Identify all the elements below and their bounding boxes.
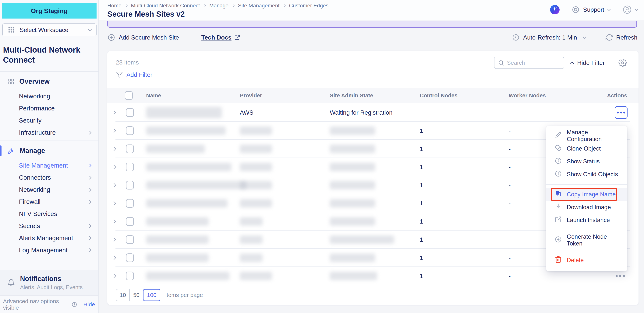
row-actions-button-active[interactable] (615, 106, 628, 119)
add-secure-mesh-site-button[interactable]: Add Secure Mesh Site (107, 33, 179, 41)
menu-item-label: Clone Object (567, 145, 601, 152)
sidebar-item-performance[interactable]: Performance (0, 102, 98, 114)
menu-item-download-image[interactable]: Download Image (546, 201, 627, 214)
sidebar-item-secrets[interactable]: Secrets (0, 220, 98, 232)
column-header-control-nodes[interactable]: Control Nodes (409, 92, 498, 99)
table-settings-button[interactable] (618, 59, 627, 68)
row-checkbox[interactable] (126, 126, 134, 135)
sidebar-item-firewall[interactable]: Firewall (0, 196, 98, 208)
org-staging-button[interactable]: Org Staging (2, 3, 96, 18)
sidebar-item-notifications[interactable]: Notifications Alerts, Audit Logs, Events (0, 270, 98, 295)
sidebar-item-alerts-management[interactable]: Alerts Management (0, 232, 98, 244)
row-checkbox[interactable] (126, 217, 134, 226)
row-checkbox[interactable] (126, 181, 134, 190)
menu-item-manage-configuration[interactable]: Manage Configuration (546, 129, 627, 142)
breadcrumb-separator-icon (232, 4, 234, 7)
row-checkbox[interactable] (126, 272, 134, 280)
row-expander-icon[interactable] (107, 184, 120, 187)
row-expander-icon[interactable] (107, 202, 120, 205)
refresh-button[interactable]: Refresh (606, 34, 637, 41)
redacted-state (330, 236, 394, 244)
sidebar-item-networking-overview[interactable]: Networking (0, 90, 98, 102)
sidebar-item-connectors[interactable]: Connectors (0, 172, 98, 184)
menu-item-generate-node-token[interactable]: Generate Node Token (546, 234, 627, 247)
row-checkbox[interactable] (126, 163, 134, 171)
breadcrumb-mcn-connect[interactable]: Multi-Cloud Network Connect (131, 3, 200, 9)
menu-item-copy-image-name[interactable]: Copy Image Name (546, 188, 627, 201)
hide-advanced-nav-button[interactable]: Hide (83, 301, 95, 308)
cell-provider: AWS (230, 109, 319, 116)
workspace-selector[interactable]: Select Workspace (2, 23, 96, 36)
copy-icon (555, 190, 562, 199)
sidebar-item-log-management[interactable]: Log Management (0, 244, 98, 256)
sidebar-item-site-management[interactable]: Site Management (0, 159, 98, 172)
redacted-provider (240, 236, 262, 244)
chevron-right-icon (88, 236, 92, 240)
column-header-site-admin-state[interactable]: Site Admin State (319, 92, 409, 99)
account-menu[interactable] (622, 5, 638, 14)
overview-section: Overview Networking Performance Security… (0, 72, 98, 141)
menu-item-show-child-objects[interactable]: Show Child Objects (546, 168, 627, 181)
workspace-selector-label: Select Workspace (20, 26, 84, 33)
breadcrumb-manage[interactable]: Manage (209, 3, 228, 9)
row-checkbox[interactable] (126, 254, 134, 262)
row-expander-icon[interactable] (107, 111, 120, 114)
menu-item-label: Show Status (567, 158, 600, 165)
row-expander-icon[interactable] (107, 220, 120, 223)
row-expander-icon[interactable] (107, 256, 120, 259)
search-input[interactable] (507, 59, 560, 66)
redacted-provider (240, 163, 272, 171)
hide-filter-button[interactable]: Hide Filter (571, 59, 605, 66)
redacted-provider (240, 145, 272, 153)
row-actions-button[interactable] (616, 275, 628, 277)
row-expander-icon[interactable] (107, 147, 120, 150)
row-checkbox[interactable] (126, 108, 134, 117)
menu-item-delete[interactable]: Delete (546, 254, 627, 267)
cell-worker-nodes: - (498, 273, 587, 280)
column-header-provider[interactable]: Provider (230, 92, 319, 99)
cell-control-nodes: - (409, 109, 498, 116)
pencil-icon (555, 131, 562, 140)
breadcrumb-customer-edges[interactable]: Customer Edges (289, 3, 329, 9)
ai-assistant-button[interactable] (550, 5, 560, 14)
breadcrumb-separator-icon (283, 4, 286, 7)
row-expander-icon[interactable] (107, 275, 120, 278)
auto-refresh-dropdown[interactable]: Auto-Refresh: 1 Min (512, 34, 586, 41)
menu-item-clone-object[interactable]: Clone Object (546, 142, 627, 155)
row-expander-icon[interactable] (107, 165, 120, 169)
menu-item-show-status[interactable]: Show Status (546, 155, 627, 168)
column-header-name[interactable]: Name (138, 92, 230, 99)
search-box (494, 57, 564, 69)
row-expander-icon[interactable] (107, 129, 120, 132)
row-checkbox[interactable] (126, 235, 134, 244)
redacted-name (146, 217, 208, 226)
support-menu[interactable]: Support (572, 6, 610, 14)
row-checkbox[interactable] (126, 199, 134, 208)
breadcrumb-site-management[interactable]: Site Management (238, 3, 280, 9)
sidebar-item-infrastructure[interactable]: Infrastructure (0, 126, 98, 139)
sidebar-item-nfv-services[interactable]: NFV Services (0, 208, 98, 220)
row-checkbox[interactable] (126, 144, 134, 153)
select-all-checkbox[interactable] (125, 91, 133, 100)
menu-item-launch-instance[interactable]: Launch Instance (546, 214, 627, 227)
page-size-10[interactable]: 10 (116, 289, 130, 301)
chevron-right-icon (88, 200, 92, 204)
sidebar-item-manage[interactable]: Manage (0, 145, 98, 157)
tech-docs-label: Tech Docs (201, 34, 231, 41)
row-expander-icon[interactable] (107, 238, 120, 241)
clock-icon (512, 34, 520, 41)
sidebar-item-networking-manage[interactable]: Networking (0, 184, 98, 196)
breadcrumb-home[interactable]: Home (107, 3, 122, 9)
page-size-50[interactable]: 50 (130, 289, 143, 301)
tech-docs-link[interactable]: Tech Docs (201, 34, 240, 41)
notice-banner-partial (107, 21, 637, 28)
add-filter-button[interactable]: Add Filter (116, 71, 152, 78)
sidebar-item-security[interactable]: Security (0, 114, 98, 126)
redacted-name (146, 126, 226, 135)
page-size-100-selected[interactable]: 100 (143, 289, 160, 301)
funnel-icon (116, 71, 123, 78)
cell-control-nodes: 1 (409, 127, 498, 134)
sidebar-item-overview[interactable]: Overview (0, 75, 98, 88)
redacted-provider (240, 254, 262, 262)
column-header-worker-nodes[interactable]: Worker Nodes (498, 92, 587, 99)
